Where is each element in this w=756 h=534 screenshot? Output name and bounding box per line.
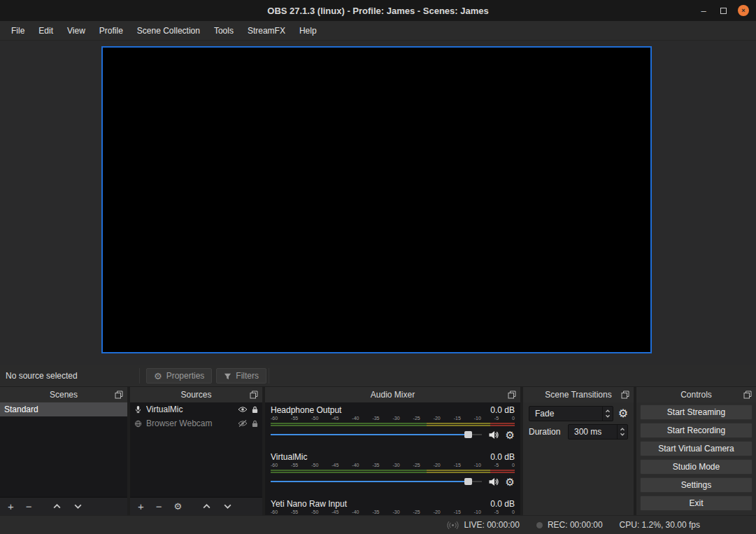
chevron-down-icon	[73, 503, 83, 510]
source-toolbar: No source selected ⚙ Properties Filters	[0, 365, 756, 387]
scene-item-standard[interactable]: Standard	[0, 402, 127, 416]
preview-canvas[interactable]	[101, 46, 652, 353]
eye-slash-icon[interactable]	[238, 420, 248, 427]
source-move-down-button[interactable]	[223, 503, 232, 510]
volume-meter	[271, 470, 515, 474]
popout-icon[interactable]	[250, 391, 258, 399]
meter-tick-label: -20	[434, 416, 441, 421]
meter-tick-label: 0	[512, 510, 515, 514]
menu-view[interactable]: View	[60, 21, 92, 40]
meter-tick-label: -50	[311, 463, 318, 468]
source-item-virtualmic[interactable]: VirtualMic	[130, 402, 262, 416]
meter-tick-label: -25	[413, 463, 420, 468]
mixer-channel-name: VirtualMic	[271, 452, 307, 463]
controls-dock-header: Controls	[636, 387, 756, 402]
duration-spinbox[interactable]: 300 ms	[568, 424, 628, 440]
exit-button[interactable]: Exit	[640, 496, 753, 511]
cpu-stats-text: CPU: 1.2%, 30.00 fps	[620, 520, 700, 530]
menu-edit[interactable]: Edit	[31, 21, 60, 40]
mixer-body: Headphone Output 0.0 dB -60-55-50-45-40-…	[265, 402, 520, 515]
mixer-dock-header: Audio Mixer	[265, 387, 520, 402]
rec-time: REC: 00:00:00	[548, 520, 603, 530]
scene-move-down-button[interactable]	[73, 503, 83, 510]
minus-icon: −	[26, 501, 32, 512]
menu-bar: File Edit View Profile Scene Collection …	[0, 21, 756, 41]
live-time: LIVE: 00:00:00	[464, 520, 519, 530]
gear-icon: ⚙	[174, 502, 183, 511]
transition-value: Fade	[535, 409, 554, 419]
transition-properties-gear-icon[interactable]: ⚙	[618, 408, 628, 419]
window-title: OBS 27.1.3 (linux) - Profile: James - Sc…	[0, 6, 756, 16]
speaker-icon[interactable]	[488, 430, 499, 440]
start-virtual-camera-button[interactable]: Start Virtual Camera	[640, 441, 753, 456]
source-item-browser-webcam[interactable]: Browser Webcam	[130, 416, 262, 430]
volume-slider[interactable]	[271, 428, 482, 441]
meter-tick-label: -55	[291, 510, 298, 514]
meter-tick-label: -60	[271, 416, 278, 421]
close-button[interactable]: ×	[738, 5, 749, 16]
start-streaming-button[interactable]: Start Streaming	[640, 405, 753, 420]
lock-icon[interactable]	[252, 420, 258, 428]
studio-mode-button[interactable]: Studio Mode	[640, 459, 753, 475]
menu-file[interactable]: File	[4, 21, 31, 40]
plus-icon: +	[138, 501, 144, 512]
slider-handle[interactable]	[464, 478, 472, 485]
properties-label: Properties	[166, 371, 205, 381]
duration-value: 300 ms	[574, 427, 601, 437]
popout-icon[interactable]	[621, 391, 629, 399]
minimize-button[interactable]: –	[698, 5, 709, 16]
meter-tick-label: -5	[494, 510, 499, 514]
filters-button[interactable]: Filters	[216, 368, 266, 384]
scene-transitions-dock: Scene Transitions Fade ⚙ Duration 3	[523, 387, 634, 515]
menu-tools[interactable]: Tools	[207, 21, 241, 40]
sources-toolbar: + − ⚙	[130, 497, 262, 515]
meter-tick-label: -5	[494, 463, 499, 468]
maximize-button[interactable]	[720, 8, 727, 14]
volume-meter	[271, 423, 515, 427]
transitions-body: Fade ⚙ Duration 300 ms	[523, 402, 634, 515]
popout-icon[interactable]	[115, 391, 123, 399]
lock-icon[interactable]	[252, 406, 258, 414]
meter-tick-label: -35	[372, 463, 379, 468]
settings-button[interactable]: Settings	[640, 477, 753, 493]
gear-icon[interactable]: ⚙	[506, 477, 515, 487]
duration-spin-buttons[interactable]	[617, 425, 627, 439]
gear-icon[interactable]: ⚙	[506, 430, 515, 440]
remove-scene-button[interactable]: −	[26, 501, 32, 512]
filters-label: Filters	[236, 371, 259, 381]
volume-slider[interactable]	[271, 475, 482, 488]
mixer-channel-level: 0.0 dB	[490, 452, 515, 463]
meter-tick-label: -10	[474, 510, 481, 514]
chevron-up-icon	[202, 503, 211, 510]
eye-icon[interactable]	[238, 406, 248, 413]
start-recording-button[interactable]: Start Recording	[640, 423, 753, 438]
properties-button[interactable]: ⚙ Properties	[146, 368, 212, 384]
scene-list: Standard	[0, 402, 127, 497]
source-move-up-button[interactable]	[202, 503, 211, 510]
mixer-channel-level: 0.0 dB	[490, 405, 515, 416]
duration-label: Duration	[529, 427, 560, 437]
no-source-label: No source selected	[0, 371, 137, 381]
add-source-button[interactable]: +	[138, 501, 144, 512]
remove-source-button[interactable]: −	[156, 501, 162, 512]
scene-move-up-button[interactable]	[52, 503, 62, 510]
meter-tick-label: -45	[331, 463, 338, 468]
chevron-down-icon	[605, 414, 611, 418]
menu-help[interactable]: Help	[292, 21, 324, 40]
menu-scene-collection[interactable]: Scene Collection	[130, 21, 207, 40]
menu-profile[interactable]: Profile	[92, 21, 130, 40]
source-properties-button[interactable]: ⚙	[174, 502, 183, 511]
menu-streamfx[interactable]: StreamFX	[241, 21, 292, 40]
meter-tick-label: -30	[392, 510, 399, 514]
mixer-channel-name: Headphone Output	[271, 405, 341, 416]
popout-icon[interactable]	[743, 391, 752, 399]
slider-handle[interactable]	[464, 431, 472, 438]
speaker-icon[interactable]	[488, 477, 499, 486]
popout-icon[interactable]	[508, 391, 516, 399]
globe-icon	[134, 420, 142, 428]
combo-spin-buttons[interactable]	[602, 407, 613, 421]
transition-select[interactable]: Fade	[529, 406, 613, 421]
meter-tick-label: -55	[291, 416, 298, 421]
controls-header-label: Controls	[680, 390, 712, 400]
add-scene-button[interactable]: +	[8, 501, 14, 512]
